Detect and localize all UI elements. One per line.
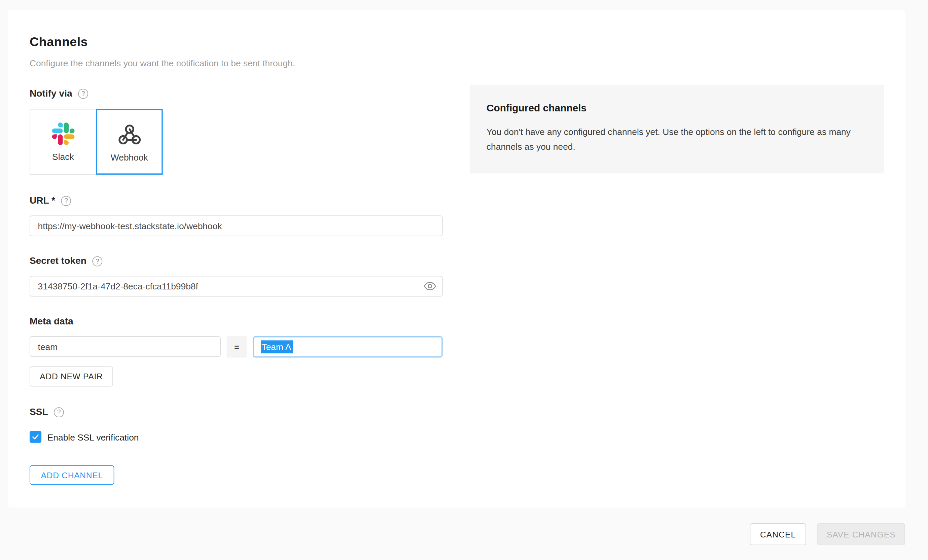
notify-via-label-text: Notify via xyxy=(30,88,72,99)
ssl-help-icon[interactable]: ? xyxy=(54,407,64,417)
channel-option-webhook[interactable]: Webhook xyxy=(96,109,163,175)
notify-via-label: Notify via ? xyxy=(30,87,88,99)
ssl-label: SSL ? xyxy=(30,406,64,418)
ssl-checkbox-label: Enable SSL verification xyxy=(47,432,139,442)
metadata-key-input[interactable] xyxy=(30,336,221,357)
add-channel-button[interactable]: ADD CHANNEL xyxy=(30,465,114,485)
configured-channels-panel: Configured channels You don't have any c… xyxy=(470,85,884,174)
configured-channels-title: Configured channels xyxy=(487,102,868,114)
secret-token-label: Secret token ? xyxy=(30,255,102,267)
page-title: Channels xyxy=(30,35,88,50)
webhook-icon xyxy=(117,122,142,146)
meta-data-label: Meta data xyxy=(30,316,73,328)
token-help-icon[interactable]: ? xyxy=(92,256,102,266)
metadata-value-input[interactable]: Team A xyxy=(253,336,443,357)
url-help-icon[interactable]: ? xyxy=(61,195,71,206)
channel-options: Slack Webhook xyxy=(30,109,163,175)
url-label: URL * ? xyxy=(30,195,71,207)
channel-option-slack[interactable]: Slack xyxy=(30,109,96,175)
secret-token-input[interactable] xyxy=(30,276,443,297)
add-new-pair-button[interactable]: ADD NEW PAIR xyxy=(30,366,113,387)
meta-data-label-text: Meta data xyxy=(30,316,73,327)
page-subtitle: Configure the channels you want the noti… xyxy=(30,58,295,68)
secret-token-field xyxy=(30,276,443,297)
save-changes-button[interactable]: SAVE CHANGES xyxy=(817,523,905,545)
eye-icon[interactable] xyxy=(424,281,436,291)
checkmark-icon xyxy=(31,433,40,441)
selected-text: Team A xyxy=(261,340,293,353)
url-input[interactable] xyxy=(30,215,443,236)
notify-via-help-icon[interactable]: ? xyxy=(78,89,88,99)
secret-token-label-text: Secret token xyxy=(30,256,87,267)
channel-option-label: Slack xyxy=(52,151,74,162)
ssl-verification-row: Enable SSL verification xyxy=(30,431,139,443)
ssl-checkbox[interactable] xyxy=(30,431,41,443)
configured-channels-body: You don't have any configured channels y… xyxy=(487,124,867,154)
url-label-text: URL * xyxy=(30,195,55,206)
channel-option-label: Webhook xyxy=(111,152,148,162)
cancel-button[interactable]: CANCEL xyxy=(750,523,806,545)
ssl-label-text: SSL xyxy=(30,407,48,417)
slack-logo-icon xyxy=(52,122,74,145)
channels-settings-page: Channels Configure the channels you want… xyxy=(0,0,928,560)
equals-badge: = xyxy=(227,336,247,357)
channels-card: Channels Configure the channels you want… xyxy=(8,10,905,508)
